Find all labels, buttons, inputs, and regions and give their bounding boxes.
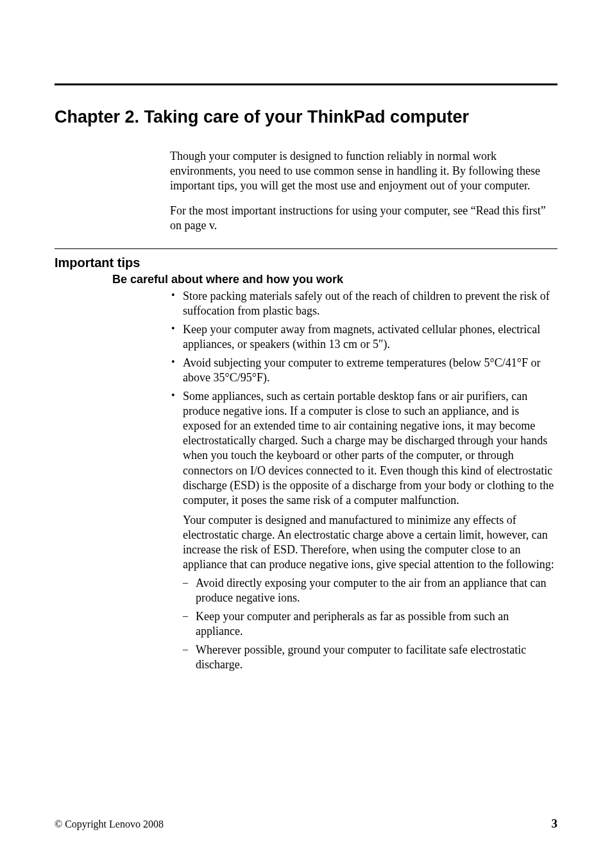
footer-copyright: © Copyright Lenovo 2008	[55, 819, 164, 830]
bullet-item: Keep your computer away from magnets, ac…	[170, 322, 557, 352]
inner-bullet-item: Wherever possible, ground your computer …	[183, 643, 557, 672]
top-rule	[55, 83, 557, 85]
bullet-block: Store packing materials safely out of th…	[55, 289, 557, 672]
bullet-item: Store packing materials safely out of th…	[170, 289, 557, 318]
intro-paragraph-1: Though your computer is designed to func…	[170, 149, 557, 193]
intro-paragraph-2: For the most important instructions for …	[170, 204, 557, 233]
inner-bullet-list: Avoid directly exposing your computer to…	[183, 576, 557, 672]
intro-block: Though your computer is designed to func…	[55, 149, 557, 233]
bullet-sub-paragraph: Your computer is designed and manufactur…	[183, 513, 557, 572]
section-heading: Important tips	[55, 256, 557, 270]
bullet-list: Store packing materials safely out of th…	[170, 289, 557, 672]
section-rule	[55, 248, 557, 249]
footer-page-number: 3	[552, 817, 558, 831]
page-container: Chapter 2. Taking care of your ThinkPad …	[0, 0, 612, 868]
bullet-text: Some appliances, such as certain portabl…	[183, 390, 554, 506]
page-footer: © Copyright Lenovo 2008 3	[55, 817, 557, 831]
inner-bullet-item: Keep your computer and peripherals as fa…	[183, 609, 557, 639]
chapter-title: Chapter 2. Taking care of your ThinkPad …	[55, 107, 557, 127]
bullet-item: Some appliances, such as certain portabl…	[170, 389, 557, 672]
bullet-item: Avoid subjecting your computer to extrem…	[170, 356, 557, 385]
subsection-heading: Be careful about where and how you work	[55, 273, 557, 286]
inner-bullet-item: Avoid directly exposing your computer to…	[183, 576, 557, 605]
